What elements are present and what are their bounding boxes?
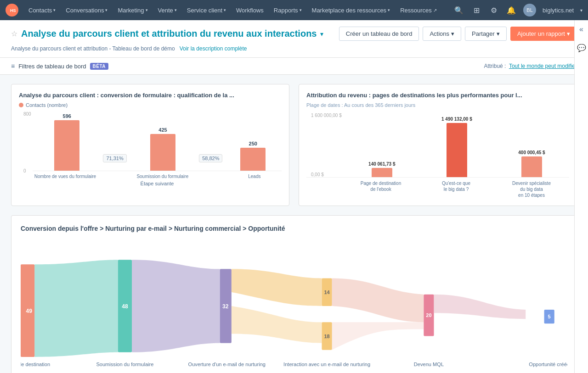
bar-value-1: 596: [63, 113, 71, 119]
beta-badge: BÉTA: [90, 63, 108, 70]
rev-bar-value-1: 140 061,73 $: [368, 161, 395, 167]
x-label-1: Nombre de vues du formulaire: [33, 174, 98, 179]
chevron-down-icon: ▾: [224, 8, 226, 12]
bar-value-3: 250: [249, 141, 257, 146]
nav-ressources[interactable]: Ressources ↗: [396, 5, 441, 16]
sankey-flow-4b: [332, 322, 424, 350]
bar-group-3: 250: [224, 141, 282, 171]
rev-bar-group-3: 400 000,45 $: [494, 150, 569, 177]
filter-bar: ≡ Filtres de tableau de bord BÉTA Attrib…: [0, 58, 588, 75]
filter-label[interactable]: Filtres de tableau de bord: [18, 63, 86, 70]
bar-value-2: 425: [158, 127, 167, 133]
nav-vente[interactable]: Vente ▾: [153, 5, 181, 16]
bar-group-1: 596: [33, 113, 101, 171]
rev-x-label-3: Devenir spécialistedu big dataen 10 étap…: [494, 180, 569, 198]
bar-group-2: 425: [129, 127, 197, 171]
favorite-star-icon[interactable]: ☆: [11, 29, 17, 38]
nav-conversations[interactable]: Conversations ▾: [61, 5, 112, 16]
external-link-icon: ↗: [433, 8, 437, 13]
filter-left: ≡ Filtres de tableau de bord BÉTA: [11, 62, 108, 70]
description-link[interactable]: Voir la description complète: [180, 45, 247, 52]
title-left: ☆ Analyse du parcours client et attribut…: [11, 28, 323, 39]
nav-contacts[interactable]: Contacts ▾: [24, 5, 60, 16]
page-title[interactable]: Analyse du parcours client et attributio…: [21, 28, 317, 39]
collapse-sidebar-button[interactable]: «: [576, 24, 587, 35]
x-label-3: Leads: [227, 174, 282, 179]
chevron-down-icon: ▾: [451, 30, 454, 37]
page-subtitle: Analyse du parcours client et attributio…: [11, 45, 577, 57]
add-report-button[interactable]: Ajouter un rapport ▾: [510, 27, 577, 41]
nav-menu: Contacts ▾ Conversations ▾ Marketing ▾ V…: [24, 5, 453, 16]
conv-section-1: 71,31%: [101, 154, 128, 171]
sankey-node-5-value: 20: [426, 312, 431, 318]
sankey-flow-5: [434, 295, 526, 319]
bar-chart-area: 596 71,31% 425 58,82%: [33, 111, 282, 171]
sankey-flow-1: [34, 260, 118, 357]
sankey-node-4-bottom-value: 18: [324, 334, 329, 339]
sankey-card: Conversion depuis l'offre > Nurturing pa…: [11, 215, 577, 373]
conversion-badge-2: 58,82%: [199, 154, 222, 162]
sankey-label-4: Interaction avec un e-mail de nurturing: [283, 362, 370, 367]
chevron-down-icon: ▾: [146, 8, 148, 12]
chat-icon[interactable]: 💬: [576, 42, 587, 53]
avatar[interactable]: BL: [523, 4, 536, 17]
share-button[interactable]: Partager ▾: [465, 27, 507, 41]
nav-service-client[interactable]: Service client ▾: [182, 5, 231, 16]
notifications-icon[interactable]: 🔔: [506, 5, 517, 16]
actions-button[interactable]: Actions ▾: [423, 27, 461, 41]
x-label-2: Soumission du formulaire: [130, 174, 195, 179]
sankey-node-1-value: 49: [26, 308, 32, 314]
attrib-link[interactable]: Tout le monde peut modifier: [509, 63, 577, 69]
top-navigation: HS Contacts ▾ Conversations ▾ Marketing …: [0, 0, 588, 20]
y-axis: 1 600 000,00 $ 0,00 $: [311, 113, 345, 177]
chart1-title: Analyse du parcours client : conversion …: [19, 92, 282, 99]
apps-icon[interactable]: ⊞: [471, 5, 482, 16]
sankey-node-6-value: 5: [548, 314, 551, 319]
nav-right-actions: 🔍 ⊞ ⚙ 🔔 BL biglytics.net ▾: [453, 4, 582, 17]
sankey-title: Conversion depuis l'offre > Nurturing pa…: [21, 225, 567, 232]
chevron-down-icon: ▾: [567, 30, 570, 37]
nav-rapports[interactable]: Rapports ▾: [269, 5, 306, 16]
create-dashboard-button[interactable]: Créer un tableau de bord: [339, 27, 419, 41]
sankey-node-4-top-value: 14: [324, 289, 330, 295]
rev-bar-value-3: 400 000,45 $: [518, 150, 545, 155]
sankey-label-6: Opportunité créée: [529, 362, 567, 367]
rev-x-label-1: Page de destinationde l'ebook: [343, 180, 418, 198]
rev-x-label-2: Qu'est-ce quele big data ?: [418, 180, 494, 198]
chart-card-2: Attribution du revenu : pages de destina…: [299, 84, 577, 206]
chart-card-1: Analyse du parcours client : conversion …: [11, 84, 289, 206]
filter-icon: ≡: [11, 62, 15, 70]
y-axis-max: 800: [23, 111, 31, 117]
settings-icon[interactable]: ⚙: [488, 5, 499, 16]
x-axis-title: Étape suivante: [33, 181, 282, 186]
revenue-chart-area: 1 600 000,00 $ 0,00 $ 140 061,73 $ 1 490…: [306, 113, 569, 178]
conv-section-2: 58,82%: [197, 154, 224, 171]
chevron-down-icon: ▾: [497, 30, 500, 37]
nav-marketing[interactable]: Marketing ▾: [113, 5, 152, 16]
chevron-down-icon: ▾: [175, 8, 177, 12]
nav-marketplace[interactable]: Marketplace des ressources ▾: [307, 5, 395, 16]
search-icon[interactable]: 🔍: [453, 5, 464, 16]
sankey-label-5: Devenu MQL: [414, 362, 444, 367]
sankey-node-2-value: 48: [122, 303, 128, 310]
bar-rect-1: [54, 120, 79, 171]
rev-bar-group-2: 1 490 132,00 $: [419, 117, 494, 177]
title-chevron-icon[interactable]: ▾: [320, 30, 323, 38]
bar-rect-3: [240, 148, 266, 171]
sankey-node-3-value: 32: [222, 303, 229, 310]
username[interactable]: biglytics.net: [543, 7, 574, 14]
nav-workflows[interactable]: Workflows: [232, 5, 268, 16]
y-axis-zero: 0: [23, 168, 26, 173]
rev-bar-group-1: 140 061,73 $: [345, 161, 419, 177]
account-chevron-icon[interactable]: ▾: [580, 8, 582, 13]
filter-right: Attribué : Tout le monde peut modifier: [484, 63, 577, 69]
rev-x-labels: Page de destinationde l'ebook Qu'est-ce …: [306, 180, 569, 198]
page-header: ☆ Analyse du parcours client et attribut…: [0, 20, 588, 58]
svg-text:HS: HS: [10, 8, 16, 13]
right-sidebar: « 💬: [574, 20, 588, 373]
chevron-down-icon: ▾: [53, 8, 56, 12]
rev-bar-rect-1: [372, 168, 392, 177]
hubspot-logo[interactable]: HS: [6, 4, 18, 17]
charts-row: Analyse du parcours client : conversion …: [11, 84, 577, 206]
chevron-down-icon: ▾: [388, 8, 390, 12]
